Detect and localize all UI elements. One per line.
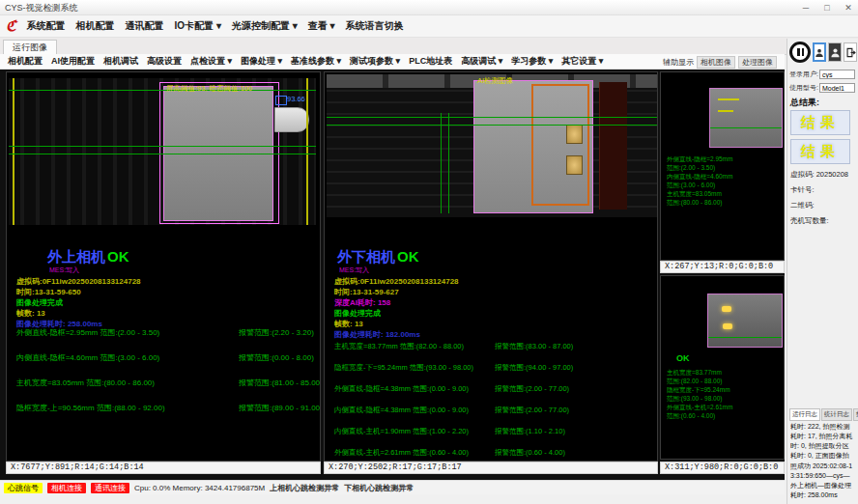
tool-advanced-debug[interactable]: 高级调试 ▾: [461, 55, 502, 68]
exit-button[interactable]: [844, 42, 857, 62]
login-user-row: 登录用户: cys: [789, 69, 855, 79]
model-input[interactable]: Model1: [819, 83, 855, 93]
alarm-range: 报警范围:(0.60 - 4.00): [495, 448, 565, 458]
alarm-range: 报警范围:(94.00 - 97.00): [495, 363, 573, 373]
side-camera-view-2[interactable]: OK 主机宽度=83.77mm 范围:(82.00 - 88.00) 隐框宽度-…: [660, 275, 785, 460]
menu-language-switch[interactable]: 系统语言切换: [346, 19, 404, 33]
minimize-button[interactable]: ─: [800, 0, 812, 15]
title-bar: CYS-视觉检测系统 ─ □ ✕: [0, 0, 858, 15]
log-output[interactable]: 耗时: 222, 拍照检测耗时: 17, 拍照分离耗时: 0, 拍照提取分区耗时…: [790, 422, 854, 499]
user-login-button[interactable]: [813, 42, 826, 62]
measurement-row: 内侧直线-隐框=4.60mm 范围:(3.00 - 6.00) 报警范围:(0.…: [16, 352, 318, 362]
side-measure-line: 范围:(3.00 - 6.00): [667, 182, 715, 190]
frame-count-line: 帧数: 13: [334, 319, 363, 329]
side-tabs-label: 辅助显示: [663, 57, 694, 68]
measurement-row: 外侧直线-隐框=4.38mm 范围:(0.00 - 9.00) 报警范围:(2.…: [334, 384, 655, 394]
menu-system-config[interactable]: 系统配置: [27, 19, 66, 33]
ai-elapsed-line: 深度AI耗时: 158: [334, 297, 390, 308]
alarm-range: 报警范围:(2.00 - 77.00): [495, 384, 569, 394]
side-measure-line: 范围:(0.60 - 4.00): [667, 412, 715, 421]
app-window: CYS-视觉检测系统 ─ □ ✕ ℭ 系统配置 相机配置 通讯配置 IO卡配置 …: [0, 0, 858, 504]
menu-view[interactable]: 查看 ▾: [308, 19, 335, 33]
app-logo-icon: ℭ: [6, 19, 16, 34]
log-tab-stats[interactable]: 统计日志: [821, 408, 852, 421]
login-user-input[interactable]: cys: [819, 70, 855, 79]
left-camera-view[interactable]: 屏高阈值:93, 暗态阈值:100 93.66 外上相机OK MES:写入 虚拟…: [6, 71, 321, 462]
ruler-line-right: [306, 78, 308, 225]
log-tab-alarm[interactable]: 报警日志: [853, 408, 858, 421]
alarm-range: 报警范围:(0.00 - 8.00): [239, 352, 314, 363]
tool-spotcheck-settings[interactable]: 点检设置 ▾: [190, 55, 232, 68]
measurement-row: 外侧直线-隐框=2.95mm 范围:(2.00 - 3.50) 报警范围:(2.…: [16, 327, 318, 337]
baseline-vertical: [448, 113, 449, 213]
side-camera-image-1: [709, 88, 783, 148]
close-button[interactable]: ✕: [843, 0, 854, 15]
time-line: 时间:13-31-59-627: [334, 287, 399, 297]
measurement-text: 外侧直线-隐框=2.95mm 范围:(2.00 - 3.50): [16, 328, 159, 337]
heartbeat-status-badge: 心跳信号: [4, 483, 43, 493]
side-view-tabs: 辅助显示 相机图像 处理图像: [663, 55, 777, 69]
side-measure-line: 主机宽度=83.77mm: [667, 369, 722, 378]
fixture-part: [599, 82, 627, 210]
annotation-mark: [718, 98, 739, 100]
tool-learning-params[interactable]: 学习参数 ▾: [511, 55, 553, 68]
middle-camera-image: AI检测图像: [327, 74, 657, 217]
measurement-text: 内侧直线-隐框=4.60mm 范围:(3.00 - 6.00): [16, 353, 159, 362]
status-bar: 心跳信号 相机连接 通讯连接 Cpu: 0.0% Memory: 3424.41…: [0, 480, 785, 494]
upper-camera-warning: 上相机心跳检测异常: [270, 483, 339, 493]
menu-light-config[interactable]: 光源控制配置 ▾: [232, 19, 298, 33]
side-measure-line: 隐框宽度-下=95.24mm: [667, 386, 730, 395]
result-box-1: 结果: [790, 110, 850, 135]
result-status: OK: [107, 248, 129, 265]
maximize-button[interactable]: □: [821, 0, 833, 15]
result-box-2: 结果: [790, 139, 850, 164]
annotation-mark: [718, 110, 733, 112]
side-tab-processed-image[interactable]: 处理图像: [738, 56, 777, 69]
baseline: [9, 154, 316, 154]
mes-status: MES:写入: [339, 266, 369, 275]
connector-part: [274, 107, 309, 132]
user-switch-button[interactable]: [828, 42, 842, 62]
control-buttons: [789, 42, 857, 63]
measurement-text: 内侧直线-主机=1.90mm 范围:(1.00 - 2.20): [334, 427, 469, 435]
side-tab-camera-image[interactable]: 相机图像: [697, 56, 735, 69]
measure-marker: [275, 96, 287, 105]
side1-pixel-readout: X:267;Y:13;R:0;G:0;B:0: [660, 261, 785, 273]
middle-camera-view[interactable]: AI检测图像 外下相机OK MES:写入 虚拟码:0F11iw202502081…: [324, 71, 658, 462]
camera-result-title: 外上相机OK: [47, 248, 129, 266]
tool-advanced-settings[interactable]: 高级设置: [147, 55, 182, 68]
mes-status: MES:写入: [49, 266, 79, 275]
time-line: 时间:13-31-59-650: [16, 287, 81, 297]
side-measure-line: 范围:(2.00 - 3.50): [667, 164, 715, 173]
log-tab-run[interactable]: 运行日志: [789, 408, 820, 421]
tool-baseline-params[interactable]: 基准线参数 ▾: [291, 55, 341, 68]
tool-other-settings[interactable]: 其它设置 ▾: [561, 55, 603, 68]
right-control-panel: 登录用户: cys 使用型号: Model1 总结果: 结果 结果 虚拟码: 2…: [786, 39, 858, 504]
highlight-spot: [723, 323, 732, 329]
elapsed-line: 图像处理耗时: 182.00ms: [334, 329, 420, 340]
tab-run-image[interactable]: 运行图像: [3, 40, 57, 55]
ai-detection-rect: [531, 84, 589, 206]
tool-plc-address[interactable]: PLC地址表: [409, 55, 452, 68]
measurement-row: 隐框宽度-上=90.56mm 范围:(88.00 - 92.00) 报警范围:(…: [16, 403, 318, 412]
menu-camera-config[interactable]: 相机配置: [76, 19, 115, 33]
alarm-range: 报警范围:(89.00 - 91.00): [239, 403, 321, 413]
total-result-label: 总结果:: [790, 97, 819, 109]
menu-comm-config[interactable]: 通讯配置: [126, 19, 164, 33]
side-measure-line: 范围:(82.00 - 88.00): [667, 378, 722, 386]
tool-camera-debug[interactable]: 相机调试: [103, 55, 138, 68]
tool-camera-config[interactable]: 相机配置: [8, 55, 43, 68]
baseline: [327, 117, 657, 118]
tool-ai-config[interactable]: AI使用配置: [51, 55, 95, 68]
comm-connection-badge: 通讯连接: [91, 483, 129, 493]
tool-test-params[interactable]: 测试项参数 ▾: [350, 55, 400, 68]
side-measure-line: 范围:(93.00 - 98.00): [667, 395, 722, 404]
pause-button[interactable]: [789, 42, 811, 63]
write-count-field: 壳机写数量:: [790, 216, 829, 226]
side-camera-view-1[interactable]: 外侧直线-隐框=2.95mm 范围:(2.00 - 3.50) 内侧直线-隐框=…: [660, 71, 785, 261]
menu-io-config[interactable]: IO卡配置 ▾: [175, 19, 221, 33]
tab-strip: 运行图像: [0, 38, 858, 55]
tool-image-processing[interactable]: 图像处理 ▾: [241, 55, 282, 68]
gold-contact-pad: [566, 125, 583, 144]
measurement-text: 主机宽度=83.05mm 范围:(80.00 - 86.00): [16, 378, 155, 387]
